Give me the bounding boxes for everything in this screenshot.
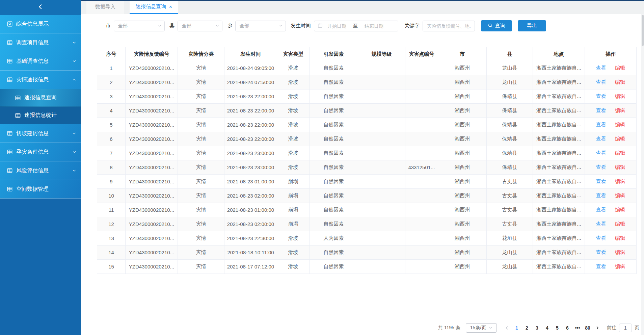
edit-link[interactable]: 编辑 xyxy=(615,249,625,255)
edit-link[interactable]: 编辑 xyxy=(615,207,625,212)
view-link[interactable]: 查看 xyxy=(596,263,606,269)
view-link[interactable]: 查看 xyxy=(596,93,606,99)
sidebar-item-risk-assessment[interactable]: 风险评估信息 xyxy=(0,161,81,180)
edit-link[interactable]: 编辑 xyxy=(615,79,625,85)
cell-cause: 自然因素 xyxy=(310,260,358,274)
view-link[interactable]: 查看 xyxy=(596,79,606,85)
sidebar-item-survey-project[interactable]: 调查项目信息 xyxy=(0,33,81,52)
page-number[interactable]: 3 xyxy=(532,325,542,331)
edit-link[interactable]: 编辑 xyxy=(615,192,625,198)
cell-place: 湘西土家族苗族自... xyxy=(533,160,585,175)
view-link[interactable]: 查看 xyxy=(596,164,606,170)
table-row: 13YZD43000020210...灾情2021-08-23 22:30:00… xyxy=(97,231,637,246)
town-select-value: 全部 xyxy=(240,23,279,29)
prev-page-button[interactable] xyxy=(502,326,512,330)
edit-link[interactable]: 编辑 xyxy=(615,65,625,71)
date-range-separator: 至 xyxy=(353,23,358,29)
cell-type: 滑坡 xyxy=(277,160,310,175)
cell-place: 湘西土家族苗族自... xyxy=(533,260,585,274)
cell-no: 2 xyxy=(97,75,126,89)
page-number[interactable]: 1 xyxy=(512,325,522,331)
search-button[interactable]: 查询 xyxy=(481,20,512,31)
next-page-button[interactable] xyxy=(593,326,602,330)
cell-scale xyxy=(358,160,405,175)
close-icon[interactable]: × xyxy=(169,4,172,9)
scrollbar-thumb[interactable] xyxy=(642,15,644,46)
sidebar-item-hazard-conditions[interactable]: 孕灾条件信息 xyxy=(0,143,81,161)
export-button[interactable]: 导出 xyxy=(518,20,546,31)
sidebar-collapse-button[interactable] xyxy=(0,0,81,15)
edit-link[interactable]: 编辑 xyxy=(615,150,625,156)
date-range-picker[interactable]: 至 xyxy=(314,21,398,31)
city-select[interactable]: 全部 xyxy=(114,21,165,31)
col-no: 序号 xyxy=(97,47,126,61)
cell-point-no xyxy=(405,203,438,217)
cell-ops: 查看编辑 xyxy=(585,217,637,231)
city-label: 市 xyxy=(106,23,111,29)
edit-link[interactable]: 编辑 xyxy=(615,136,625,141)
cell-county: 龙山县 xyxy=(487,260,533,274)
cell-place: 湘西土家族苗族自... xyxy=(533,189,585,203)
cell-feedback-id: YZD43000020210... xyxy=(126,132,178,146)
sidebar-item-report-query[interactable]: 速报信息查询 xyxy=(0,89,81,107)
chevron-down-icon xyxy=(489,325,492,331)
edit-link[interactable]: 编辑 xyxy=(615,164,625,170)
view-link[interactable]: 查看 xyxy=(596,192,606,198)
cell-no: 1 xyxy=(97,61,126,75)
sidebar-item-report-stats[interactable]: 速报信息统计 xyxy=(0,107,81,124)
cell-scale xyxy=(358,132,405,146)
sidebar-item-spatial-data[interactable]: 空间数据管理 xyxy=(0,180,81,199)
cell-city: 湘西州 xyxy=(438,89,487,104)
edit-link[interactable]: 编辑 xyxy=(615,122,625,127)
table-row: 14YZD43000020210...灾情2021-08-18 10:11:00… xyxy=(97,246,637,260)
edit-link[interactable]: 编辑 xyxy=(615,263,625,269)
sidebar-item-basic-survey[interactable]: 基础调查信息 xyxy=(0,52,81,71)
cell-county: 古丈县 xyxy=(487,203,533,217)
tab-data-import[interactable]: 数据导入 xyxy=(86,0,124,14)
chevron-down-icon xyxy=(215,23,219,29)
keyword-input[interactable] xyxy=(423,21,475,31)
view-link[interactable]: 查看 xyxy=(596,221,606,227)
end-date-input[interactable] xyxy=(360,23,388,29)
edit-link[interactable]: 编辑 xyxy=(615,107,625,113)
page-unit-label: 页 xyxy=(635,325,639,331)
table-icon xyxy=(7,58,13,64)
goto-page-input[interactable] xyxy=(619,324,632,332)
view-link[interactable]: 查看 xyxy=(596,150,606,156)
edit-link[interactable]: 编辑 xyxy=(615,178,625,184)
page-size-select[interactable]: 15条/页 xyxy=(466,323,497,333)
cell-scale xyxy=(358,260,405,274)
view-link[interactable]: 查看 xyxy=(596,235,606,241)
edit-link[interactable]: 编辑 xyxy=(615,235,625,241)
tab-report-query[interactable]: 速报信息查询 × xyxy=(130,0,178,14)
page-number[interactable]: 6 xyxy=(562,325,572,331)
view-link[interactable]: 查看 xyxy=(596,249,606,255)
view-link[interactable]: 查看 xyxy=(596,136,606,141)
cell-class: 灾情 xyxy=(178,146,224,160)
sidebar-item-label: 空间数据管理 xyxy=(16,186,76,193)
page-number[interactable]: 2 xyxy=(522,325,532,331)
cell-place: 湘西土家族苗族自... xyxy=(533,217,585,231)
view-link[interactable]: 查看 xyxy=(596,207,606,212)
page-number[interactable]: 80 xyxy=(583,325,593,331)
edit-link[interactable]: 编辑 xyxy=(615,93,625,99)
county-select[interactable]: 全部 xyxy=(178,21,222,31)
edit-link[interactable]: 编辑 xyxy=(615,221,625,227)
page-number[interactable]: 5 xyxy=(552,325,562,331)
pages-ellipsis[interactable]: ••• xyxy=(572,325,583,331)
sidebar-item-slope-housing[interactable]: 切坡建房信息 xyxy=(0,124,81,143)
table-row: 15YZD43000020210...灾情2021-08-17 07:12:00… xyxy=(97,260,637,274)
view-link[interactable]: 查看 xyxy=(596,65,606,71)
cell-place: 湘西土家族苗族自... xyxy=(533,75,585,89)
cell-scale xyxy=(358,118,405,132)
sidebar-item-overview[interactable]: 综合信息展示 xyxy=(0,15,81,33)
page-number[interactable]: 4 xyxy=(542,325,552,331)
sidebar-item-disaster-report[interactable]: 灾情速报信息 xyxy=(0,71,81,89)
view-link[interactable]: 查看 xyxy=(596,107,606,113)
view-link[interactable]: 查看 xyxy=(596,122,606,127)
county-label: 县 xyxy=(169,23,175,29)
town-select[interactable]: 全部 xyxy=(235,21,286,31)
vertical-scrollbar[interactable] xyxy=(641,14,644,335)
start-date-input[interactable] xyxy=(323,23,351,29)
view-link[interactable]: 查看 xyxy=(596,178,606,184)
